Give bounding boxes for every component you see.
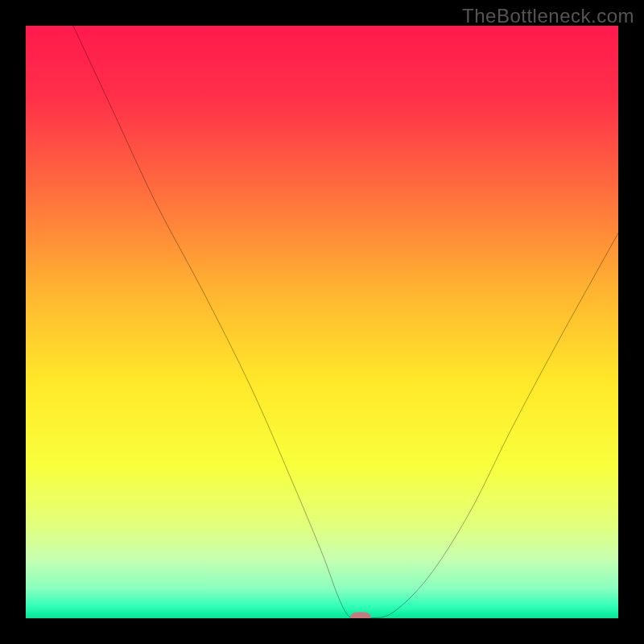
chart-frame: TheBottleneck.com [0, 0, 644, 644]
optimal-marker [350, 613, 371, 619]
bottleneck-curve [26, 26, 618, 618]
watermark-text: TheBottleneck.com [462, 5, 634, 27]
plot-area [26, 26, 618, 618]
